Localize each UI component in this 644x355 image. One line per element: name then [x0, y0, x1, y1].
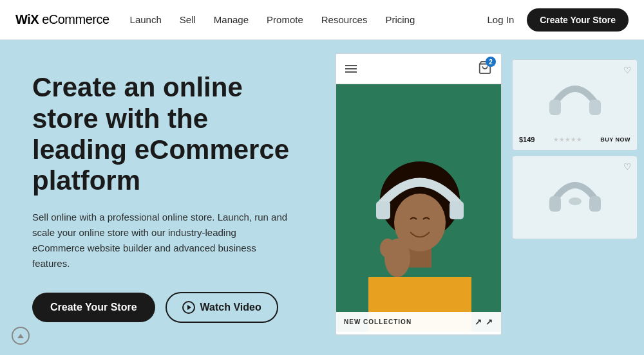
login-link[interactable]: Log In — [488, 14, 515, 25]
logo-wix: WiX — [15, 12, 39, 26]
heart-icon-1: ♡ — [623, 65, 632, 75]
watch-video-label: Watch Video — [200, 302, 261, 313]
svg-rect-13 — [589, 100, 601, 115]
star-5 — [576, 137, 582, 142]
svg-rect-10 — [376, 201, 390, 219]
hero-description: Sell online with a professional online s… — [32, 210, 290, 271]
arrow-icon: ↗ ↗ — [475, 317, 493, 327]
nav-links: Launch Sell Manage Promote Resources Pri… — [130, 14, 488, 25]
hero-illustration — [336, 84, 501, 332]
svg-rect-14 — [549, 196, 561, 212]
product-cards: ♡ $149 — [512, 59, 638, 239]
nav-right: Log In Create Your Store — [488, 8, 629, 32]
nav-item-resources[interactable]: Resources — [321, 14, 368, 25]
nav-item-pricing[interactable]: Pricing — [385, 14, 415, 25]
navbar: WiX eCommerce Launch Sell Manage Promote… — [0, 0, 644, 40]
product-price-1: $149 — [519, 136, 535, 143]
product-card-info-1: $149 BUY NOW — [519, 136, 630, 143]
star-3 — [565, 137, 570, 142]
product-stars-1 — [553, 137, 582, 142]
scroll-indicator[interactable] — [12, 327, 30, 345]
product-image-2 — [519, 163, 630, 227]
logo-ecommerce: eCommerce — [39, 12, 109, 26]
cart-icon-wrap: 2 — [478, 60, 492, 77]
headphone-svg-1 — [546, 73, 604, 124]
svg-rect-15 — [589, 196, 601, 212]
logo[interactable]: WiX eCommerce — [15, 12, 109, 27]
svg-rect-11 — [450, 201, 464, 219]
product-card-2: ♡ — [512, 156, 638, 239]
hero-cta-secondary[interactable]: Watch Video — [166, 292, 278, 323]
star-4 — [571, 137, 576, 142]
cta-nav-button[interactable]: Create Your Store — [527, 8, 629, 32]
hero-buttons: Create Your Store Watch Video — [32, 292, 341, 323]
svg-point-9 — [380, 239, 395, 258]
hero-visuals: 2 — [322, 40, 644, 355]
hero-cta-primary[interactable]: Create Your Store — [32, 293, 155, 322]
nav-item-promote[interactable]: Promote — [267, 14, 303, 25]
buy-now-label[interactable]: BUY NOW — [600, 136, 630, 143]
nav-item-manage[interactable]: Manage — [214, 14, 249, 25]
phone-header: 2 — [336, 54, 501, 84]
collection-label: NEW COLLECTION — [344, 318, 412, 325]
play-icon — [182, 301, 195, 314]
play-triangle — [187, 305, 191, 310]
hero-content: Create an online store with the leading … — [32, 72, 341, 322]
nav-item-sell[interactable]: Sell — [180, 14, 196, 25]
hero-section: Create an online store with the leading … — [0, 40, 644, 355]
phone-hero-image: NEW COLLECTION ↗ ↗ — [336, 84, 501, 332]
heart-icon-2: ♡ — [623, 161, 632, 172]
scroll-up-arrow-icon — [17, 334, 24, 338]
phone-bottom-bar: NEW COLLECTION ↗ ↗ — [336, 312, 501, 332]
headphone-svg-2 — [546, 169, 604, 221]
cart-badge: 2 — [486, 57, 496, 67]
product-card-1: ♡ $149 — [512, 59, 638, 150]
phone-mockup: 2 — [335, 53, 502, 336]
svg-rect-12 — [549, 100, 561, 115]
star-1 — [553, 137, 558, 142]
star-2 — [559, 137, 564, 142]
svg-point-16 — [569, 197, 582, 205]
nav-item-launch[interactable]: Launch — [130, 14, 162, 25]
hamburger-icon — [345, 65, 357, 73]
product-image-1 — [519, 66, 630, 131]
hero-title: Create an online store with the leading … — [32, 72, 303, 196]
